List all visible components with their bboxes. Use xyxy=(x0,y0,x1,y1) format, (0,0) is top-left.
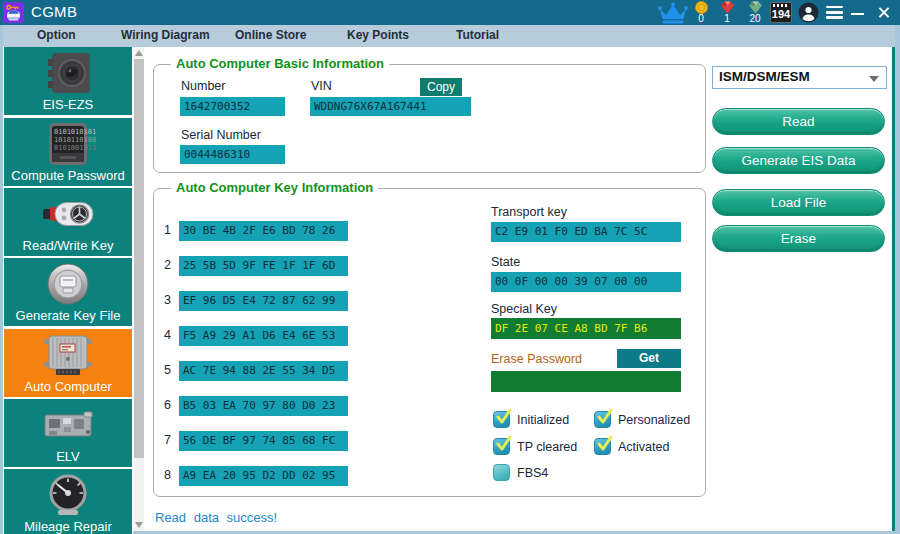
number-field[interactable]: 1642700352 xyxy=(180,97,285,116)
checkbox-box xyxy=(493,464,510,481)
sidebar-item-label: Compute Password xyxy=(4,168,132,183)
key-info-groupbox: Auto Computer Key Information 1 30 BE 4B… xyxy=(153,188,706,497)
erase-button[interactable]: Erase xyxy=(712,225,885,252)
app-window: CGMB 0 1 xyxy=(0,0,900,534)
scroll-up-icon xyxy=(135,50,143,56)
key-field-2[interactable]: 25 5B 5D 9F FE 1F 1F 6D xyxy=(179,256,348,276)
app-logo-icon xyxy=(3,2,24,23)
svg-text:0101001011: 0101001011 xyxy=(54,144,96,152)
days-counter: 194 xyxy=(770,2,792,23)
crown-icon xyxy=(656,2,690,24)
generate-eis-data-button[interactable]: Generate EIS Data xyxy=(712,147,885,174)
app-title: CGMB xyxy=(31,3,77,20)
close-button[interactable] xyxy=(876,4,892,20)
erase-password-label: Erase Password xyxy=(491,352,582,366)
key-row-index: 8 xyxy=(161,468,171,482)
check-icon xyxy=(595,433,615,453)
scroll-down-icon xyxy=(135,522,143,528)
menu-bar: Option Wiring Diagram Online Store Key P… xyxy=(0,25,900,47)
erase-password-field[interactable] xyxy=(491,371,681,392)
key-row-index: 4 xyxy=(161,328,171,342)
sidebar-item-label: Mileage Repair xyxy=(4,519,132,534)
sidebar-item-label: Generate Key File xyxy=(4,308,132,323)
special-key-label: Special Key xyxy=(491,302,557,316)
checkbox-label: Personalized xyxy=(618,413,690,427)
eis-module-icon xyxy=(40,50,96,96)
transport-key-label: Transport key xyxy=(491,205,567,219)
key-field-6[interactable]: B5 03 EA 70 97 80 D0 23 xyxy=(179,396,348,416)
scrollbar-thumb[interactable] xyxy=(134,59,144,458)
copy-button[interactable]: Copy xyxy=(420,78,462,96)
checkbox-label: Activated xyxy=(618,440,669,454)
menu-item-key-points[interactable]: Key Points xyxy=(347,28,409,42)
scroll-down-button[interactable] xyxy=(134,519,144,531)
scroll-up-button[interactable] xyxy=(134,47,144,59)
state-field[interactable]: 00 0F 00 00 39 07 00 00 xyxy=(491,272,681,292)
sidebar-scrollbar[interactable] xyxy=(134,47,144,531)
key-field-8[interactable]: A9 EA 20 95 D2 DD 02 95 xyxy=(179,466,348,486)
key-row-index: 3 xyxy=(161,293,171,307)
title-bar: CGMB 0 1 xyxy=(0,0,900,25)
round-button-icon xyxy=(40,261,96,307)
menu-item-option[interactable]: Option xyxy=(37,28,76,42)
key-row-index: 1 xyxy=(161,223,171,237)
elv-board-icon xyxy=(40,402,96,448)
key-field-1[interactable]: 30 BE 4B 2F E6 BD 78 26 xyxy=(179,221,348,241)
sidebar-item-eis-ezs[interactable]: EIS-EZS xyxy=(4,47,132,115)
get-button[interactable]: Get xyxy=(617,349,681,368)
basic-info-groupbox: Auto Computer Basic Information Number 1… xyxy=(153,64,706,173)
menu-item-wiring-diagram[interactable]: Wiring Diagram xyxy=(121,28,210,42)
key-field-3[interactable]: EF 96 D5 E4 72 87 62 99 xyxy=(179,291,348,311)
load-file-button[interactable]: Load File xyxy=(712,189,885,216)
sidebar-item-generate-key-file[interactable]: Generate Key File xyxy=(4,258,132,326)
sidebar-item-elv[interactable]: ELV xyxy=(4,399,132,467)
transport-key-field[interactable]: C2 E9 01 F0 ED BA 7C 5C xyxy=(491,222,681,242)
window-frame-right xyxy=(895,25,900,534)
emerald-counter: 20 xyxy=(742,1,768,24)
sidebar: EIS-EZS 0101010101 1010110100 0101001011… xyxy=(3,47,133,534)
gauge-icon xyxy=(40,472,96,518)
sidebar-item-auto-computer[interactable]: Auto Computer xyxy=(4,329,132,397)
dropdown-value: ISM/DSM/ESM xyxy=(719,69,810,84)
special-key-field[interactable]: DF 2E 07 CE A8 BD 7F B6 xyxy=(491,318,681,339)
state-label: State xyxy=(491,255,520,269)
sidebar-item-label: Read/Write Key xyxy=(4,238,132,253)
key-field-7[interactable]: 56 DE BF 97 74 85 68 FC xyxy=(179,431,348,451)
days-value: 194 xyxy=(771,8,791,20)
car-key-icon xyxy=(40,191,96,237)
serial-number-field[interactable]: 0044486310 xyxy=(180,145,285,164)
module-type-dropdown[interactable]: ISM/DSM/ESM xyxy=(712,66,887,89)
menu-hamburger-icon[interactable] xyxy=(826,6,843,19)
menu-item-online-store[interactable]: Online Store xyxy=(235,28,306,42)
sidebar-item-read-write-key[interactable]: Read/Write Key xyxy=(4,188,132,256)
sidebar-item-label: Auto Computer xyxy=(4,379,132,394)
sidebar-item-label: EIS-EZS xyxy=(4,97,132,112)
key-field-5[interactable]: AC 7E 94 88 2E 55 34 D5 xyxy=(179,361,348,381)
password-screen-icon: 0101010101 1010110100 0101001011 xyxy=(40,121,96,167)
ecu-icon xyxy=(40,332,96,378)
read-button[interactable]: Read xyxy=(712,108,885,135)
minimize-button[interactable] xyxy=(851,13,864,15)
number-label: Number xyxy=(181,79,225,93)
status-message: Read data success! xyxy=(155,510,277,525)
key-row-index: 7 xyxy=(161,433,171,447)
calendar-dots xyxy=(773,4,789,7)
key-field-4[interactable]: F5 A9 29 A1 D6 E4 6E 53 xyxy=(179,326,348,346)
vin-field[interactable]: WDDNG76X67A167441 xyxy=(310,97,471,116)
svg-text:1010110100: 1010110100 xyxy=(54,136,96,144)
check-icon xyxy=(595,406,615,426)
serial-number-label: Serial Number xyxy=(181,128,261,142)
key-row-index: 5 xyxy=(161,363,171,377)
sidebar-item-compute-password[interactable]: 0101010101 1010110100 0101001011 Compute… xyxy=(4,118,132,186)
sidebar-item-mileage-repair[interactable]: Mileage Repair xyxy=(4,469,132,534)
chevron-down-icon xyxy=(869,76,879,82)
user-avatar-icon[interactable] xyxy=(798,2,819,23)
sidebar-item-label: ELV xyxy=(4,449,132,464)
checkbox-label: FBS4 xyxy=(517,466,548,480)
basic-info-title: Auto Computer Basic Information xyxy=(171,56,389,71)
vin-label: VIN xyxy=(311,79,332,93)
svg-text:0101010101: 0101010101 xyxy=(54,128,96,136)
ruby-counter: 1 xyxy=(714,1,740,24)
check-icon xyxy=(494,433,514,453)
menu-item-tutorial[interactable]: Tutorial xyxy=(456,28,499,42)
